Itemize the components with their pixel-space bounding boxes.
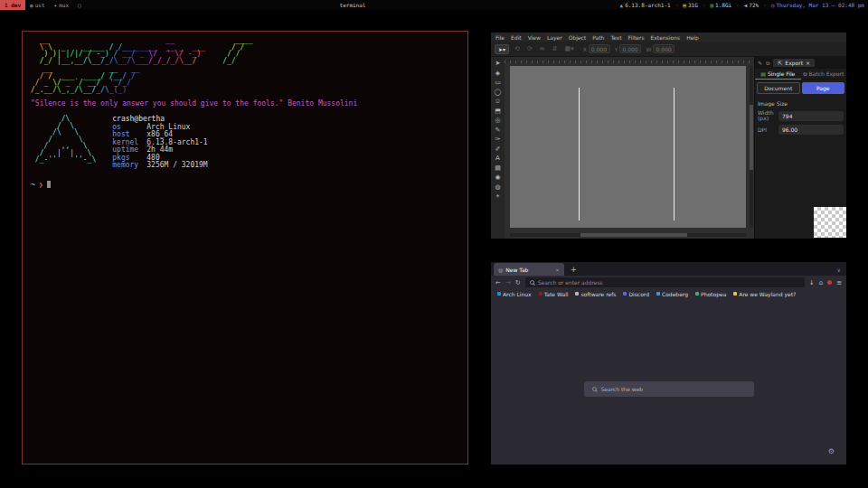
inkscape-tool-controls: ➤▾ ⟲⟳⇋⇵▦▾ X0.000Y0.000W0.000 [491,42,846,57]
inkscape-canvas[interactable] [505,57,754,239]
export-preview-checkerboard [814,207,846,238]
fetch-info: crash@bertha osArch Linuxhostx86_64kerne… [112,116,207,170]
flip-vertical-icon[interactable]: ⇵ [552,45,558,52]
bookmark-codeberg[interactable]: Codeberg [656,291,688,297]
reload-button[interactable]: ↻ [515,279,521,286]
favicon [575,292,579,296]
align-dropdown-icon[interactable]: ▦▾ [565,45,574,52]
export-scope-page-button[interactable]: Page [802,82,845,94]
back-ascii-art: __ __ __ / / ___ ____/ /__/ / / _ \/ _ `… [31,66,459,93]
spiral-tool[interactable]: ◎ [495,117,500,124]
menu-help[interactable]: Help [686,34,699,41]
measure-tool[interactable]: ⌖ [496,192,500,200]
guide-line[interactable] [579,88,580,221]
tab-batch-export[interactable]: ⧉ Batch Export [801,69,847,80]
separator: ‹ [736,2,740,8]
globe-icon: ◍ [498,267,503,273]
menu-view[interactable]: View [528,34,541,41]
bookmark-software-refs[interactable]: software refs [575,291,616,297]
rotate-ccw-icon[interactable]: ⟲ [514,45,520,52]
favicon [623,292,627,296]
horizontal-ruler [505,57,754,63]
status-memory: ▥1.8Gi [710,2,731,8]
bucket-tool[interactable]: ◍ [495,183,500,191]
single-file-icon: ▤ [760,70,766,77]
prompt-symbol: ❯ [39,181,43,189]
close-icon[interactable]: × [555,267,560,273]
menu-filters[interactable]: Filters [628,34,645,41]
canvas-vertical-scrollbar[interactable] [750,66,753,228]
bookmark-are-we-wayland-yet-[interactable]: Are we Wayland yet? [733,291,796,297]
width-input[interactable]: 794 [778,111,844,121]
box-3d-tool[interactable]: ⬒ [495,108,501,115]
shell-prompt[interactable]: ~ ❯ [31,181,459,189]
web-search-input[interactable]: Search the web [584,381,754,397]
canvas-page[interactable] [510,66,746,228]
node-tool[interactable]: ◈ [495,70,500,77]
selector-tool[interactable]: ➤ [495,60,501,67]
rotate-cw-icon[interactable]: ⟳ [527,45,533,52]
chevron-down-icon[interactable]: ∨ [837,267,844,273]
back-button[interactable]: ← [495,279,501,286]
text-tool[interactable]: A [495,155,500,162]
star-tool[interactable]: ✩ [495,98,501,105]
menu-button[interactable]: ≡ [836,279,842,286]
gear-icon[interactable]: ⚙ [828,447,835,455]
field-w[interactable]: W0.000 [646,44,675,53]
menu-extensions[interactable]: Extensions [651,34,681,41]
terminal-cursor [47,181,51,188]
bookmark-arch-linux[interactable]: Arch Linux [497,291,532,297]
pen-tool[interactable]: ✑ [495,136,501,143]
favicon [539,292,542,296]
menu-file[interactable]: File [495,34,505,41]
field-y[interactable]: Y0.000 [615,44,642,53]
inkscape-window: FileEditViewLayerObjectPathTextFiltersEx… [491,33,846,239]
flip-horizontal-icon[interactable]: ⇋ [540,45,545,52]
menu-layer[interactable]: Layer [547,34,562,41]
favicon [497,292,501,296]
canvas-horizontal-scrollbar[interactable] [510,233,746,237]
fortune-quote: "Silence is the only answer you should g… [31,99,459,108]
bookmark-tate-wall[interactable]: Tate Wall [539,291,569,297]
downloads-button[interactable]: ↓ [809,279,815,286]
export-dock: ✎⧉ ⇱ Export × ▤ Single File ⧉ Batch Expo… [754,57,846,239]
field-x[interactable]: X0.000 [583,44,610,53]
current-tool-button[interactable]: ➤▾ [495,44,509,54]
dpi-input[interactable]: 96.00 [778,125,844,135]
menu-text[interactable]: Text [610,34,621,41]
terminal-window[interactable]: __ __ ____ \ \ _ _____ / /________ __ _ … [22,31,468,465]
ellipse-tool[interactable]: ◯ [495,89,502,96]
favicon [656,292,660,296]
close-icon[interactable]: × [806,60,810,66]
gradient-tool[interactable]: ▤ [495,164,501,172]
tab-single-file[interactable]: ▤ Single File [755,69,801,80]
search-icon [530,280,534,285]
menu-edit[interactable]: Edit [511,34,522,41]
forward-button[interactable]: → [505,279,511,286]
bookmark-photopea[interactable]: Photopea [695,291,726,297]
image-size-label: Image Size [755,97,846,108]
rectangle-tool[interactable]: ▭ [495,79,501,86]
tab-new-tab[interactable]: ◍ New Tab × [494,263,564,276]
home-button[interactable]: ⌂ [819,279,823,286]
menu-path[interactable]: Path [592,34,604,41]
address-bar[interactable]: Search or enter address [525,277,805,287]
menu-object[interactable]: Object [569,34,587,41]
bookmark-discord[interactable]: Discord [623,291,649,297]
layers-icon[interactable]: ⧉ [766,60,769,67]
pencil-tool[interactable]: ✎ [495,127,501,134]
pencil-icon[interactable]: ✎ [758,60,762,67]
search-icon [592,387,597,391]
dropper-tool[interactable]: ◉ [495,174,500,181]
browser-tab-bar: ◍ New Tab × + ∨ [491,262,846,276]
status-bar: 1 dev◍ust✦mux▢ terminal ▲6.13.8-arch1-1‹… [0,0,868,10]
new-tab-button[interactable]: + [571,266,577,274]
extension-icon[interactable] [827,280,832,285]
favicon [733,292,737,296]
guide-line[interactable] [674,88,675,221]
export-dialog-tab[interactable]: ⇱ Export × [773,59,815,67]
export-scope-document-button[interactable]: Document [757,82,800,94]
calligraphy-tool[interactable]: ✐ [495,145,501,153]
bookmarks-bar: Arch LinuxTate Wallsoftware refsDiscordC… [491,289,846,298]
memory-icon: ▥ [710,2,713,8]
